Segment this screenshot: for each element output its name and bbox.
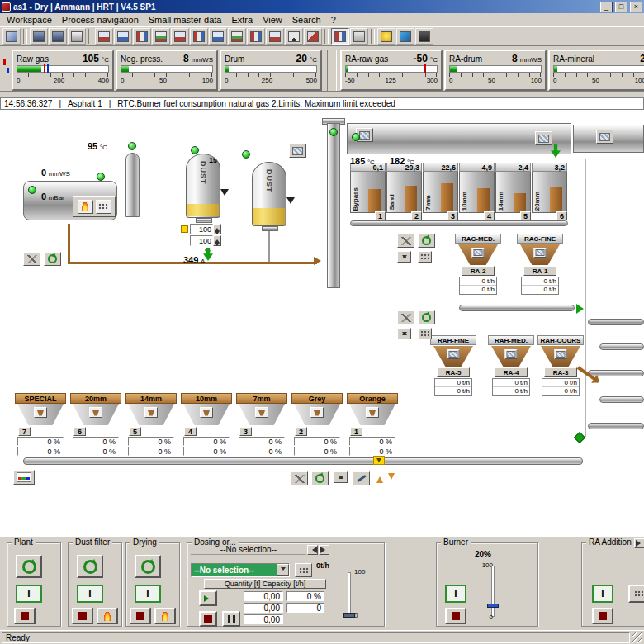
burner-settings-button[interactable] bbox=[96, 200, 111, 214]
up-arrow-icon[interactable] bbox=[215, 225, 220, 231]
toolbar-window-icon[interactable] bbox=[2, 28, 21, 45]
menu-process-navigation[interactable]: Process navigation bbox=[57, 14, 144, 26]
alarm-bar[interactable]: 14:56:36:327 | Asphalt 1 | RTC.Burner fu… bbox=[0, 97, 644, 110]
feeder-button[interactable] bbox=[310, 407, 324, 418]
toolbar-view-icon-1[interactable] bbox=[95, 28, 113, 45]
feeder-button[interactable] bbox=[255, 407, 268, 418]
filter-fan-spinner-1[interactable]: 100 % bbox=[190, 224, 221, 234]
toolbar-save-all-icon[interactable] bbox=[49, 28, 67, 45]
rah-tools-button[interactable] bbox=[397, 310, 414, 324]
slider-handle[interactable] bbox=[487, 604, 499, 608]
toolbar-view-icon-2[interactable] bbox=[114, 28, 132, 45]
plant-auto-button[interactable] bbox=[16, 555, 42, 578]
ra-addition-aux-button[interactable] bbox=[628, 585, 644, 603]
silo1-valve-icon[interactable] bbox=[220, 189, 229, 200]
toolbar-paint-icon[interactable] bbox=[396, 28, 414, 45]
toolbar-lamp-icon[interactable] bbox=[377, 28, 395, 45]
menu-search[interactable]: Search bbox=[287, 14, 326, 26]
rac-mode-button[interactable] bbox=[418, 251, 432, 263]
dust-filter-auto-button[interactable] bbox=[77, 555, 103, 578]
toolbar-view-icon-3[interactable] bbox=[133, 28, 151, 45]
maximize-button[interactable]: □ bbox=[615, 2, 627, 12]
down-arrow-icon[interactable] bbox=[215, 243, 220, 249]
menu-extra[interactable]: Extra bbox=[226, 14, 258, 26]
slider-handle[interactable] bbox=[343, 613, 355, 618]
drying-stop-button[interactable] bbox=[130, 608, 151, 624]
toolbar-active-screen-icon[interactable] bbox=[331, 28, 349, 45]
slider-track[interactable] bbox=[491, 566, 495, 617]
ra-addition-stop-button[interactable] bbox=[592, 608, 613, 624]
feeder-button[interactable] bbox=[200, 407, 213, 418]
rac-recycle-button[interactable] bbox=[418, 234, 435, 248]
feeder-button[interactable] bbox=[89, 407, 102, 418]
drying-start-button[interactable]: I bbox=[135, 585, 161, 603]
ra-addition-start-button[interactable]: I bbox=[592, 585, 613, 603]
burner-output-slider[interactable]: 100 0 bbox=[485, 563, 513, 619]
up-arrow-icon[interactable] bbox=[215, 237, 220, 243]
trend-button[interactable] bbox=[13, 470, 35, 485]
feeder-button[interactable] bbox=[144, 407, 158, 418]
ra-hopper-button[interactable] bbox=[505, 349, 518, 359]
rac-counter-button[interactable] bbox=[397, 251, 411, 263]
toolbar-print-icon[interactable] bbox=[68, 28, 86, 45]
next-selection-button[interactable] bbox=[319, 545, 329, 555]
plant-start-button[interactable]: I bbox=[16, 585, 42, 603]
ra-hopper-button[interactable] bbox=[472, 248, 485, 258]
dust-filter-start-button[interactable]: I bbox=[77, 585, 103, 603]
menu-view[interactable]: View bbox=[258, 14, 287, 26]
menu-workspace[interactable]: Workspace bbox=[2, 14, 57, 26]
conveyor-recycle-button[interactable] bbox=[311, 471, 329, 485]
sampler-button[interactable] bbox=[353, 471, 370, 485]
resize-grip[interactable] bbox=[632, 632, 642, 643]
dosing-capacity-slider[interactable]: 100 0 bbox=[341, 570, 369, 618]
rah-recycle-button[interactable] bbox=[418, 310, 435, 324]
toolbar-view-icon-8[interactable] bbox=[228, 28, 246, 45]
toolbar-blank-screen-icon[interactable] bbox=[350, 28, 368, 45]
transfer-down-icon[interactable] bbox=[388, 473, 395, 483]
ra-hopper-button[interactable] bbox=[447, 349, 460, 359]
screen-deck-button-3[interactable] bbox=[596, 130, 613, 144]
dosing-stop-button[interactable] bbox=[199, 611, 217, 627]
filter-screen-button[interactable] bbox=[289, 144, 306, 158]
toolbar-view-icon-7[interactable] bbox=[209, 28, 227, 45]
feeder-button[interactable] bbox=[366, 407, 379, 418]
minimize-button[interactable]: _ bbox=[600, 2, 613, 12]
burner-flame-button[interactable] bbox=[78, 200, 93, 214]
transfer-up-icon[interactable] bbox=[376, 473, 383, 483]
recipe-edit-button[interactable] bbox=[295, 563, 312, 577]
rac-tools-button[interactable] bbox=[397, 234, 414, 248]
drying-aux-button[interactable] bbox=[154, 608, 176, 624]
close-button[interactable]: × bbox=[630, 2, 642, 12]
toolbar-view-icon-10[interactable] bbox=[266, 28, 284, 45]
burner-start-button[interactable]: I bbox=[445, 585, 466, 603]
toolbar-binoculars-icon[interactable] bbox=[415, 28, 433, 45]
slider-track[interactable] bbox=[348, 572, 351, 615]
ra-panel-next-button[interactable] bbox=[634, 538, 644, 548]
toolbar-save-icon[interactable] bbox=[30, 28, 48, 45]
screen-deck-button-2[interactable] bbox=[535, 131, 552, 145]
ra-hopper-button[interactable] bbox=[555, 349, 567, 359]
recipe-dropdown[interactable]: --No selection-- bbox=[191, 563, 290, 577]
conveyor-counter-button[interactable] bbox=[334, 471, 348, 483]
spinner-arrows[interactable] bbox=[213, 224, 221, 234]
dosing-pause-button[interactable] bbox=[222, 611, 240, 627]
menu-help[interactable]: ? bbox=[326, 14, 341, 26]
burner-stop-button[interactable] bbox=[445, 608, 466, 624]
silo2-valve-icon[interactable] bbox=[286, 197, 295, 208]
ra-hopper-button[interactable] bbox=[534, 248, 547, 258]
conveyor-tools-button[interactable] bbox=[291, 471, 308, 485]
dryer-tools-button[interactable] bbox=[23, 252, 40, 266]
rah-counter-button[interactable] bbox=[397, 328, 411, 339]
rah-mode-button[interactable] bbox=[418, 328, 432, 339]
menu-small-master-data[interactable]: Small master data bbox=[144, 14, 227, 26]
filter-fan-spinner-2[interactable]: 100 % bbox=[190, 235, 221, 246]
toolbar-view-icon-6[interactable] bbox=[190, 28, 208, 45]
toolbar-view-icon-4[interactable] bbox=[152, 28, 170, 45]
toolbar-view-icon-5[interactable] bbox=[171, 28, 189, 45]
toolbar-flag-icon[interactable] bbox=[304, 28, 322, 45]
toolbar-gauge-icon[interactable] bbox=[285, 28, 303, 45]
dryer-recycle-button[interactable] bbox=[44, 252, 61, 266]
dust-filter-aux-button[interactable] bbox=[97, 608, 118, 624]
drying-auto-button[interactable] bbox=[135, 555, 161, 578]
dust-filter-stop-button[interactable] bbox=[72, 608, 93, 624]
